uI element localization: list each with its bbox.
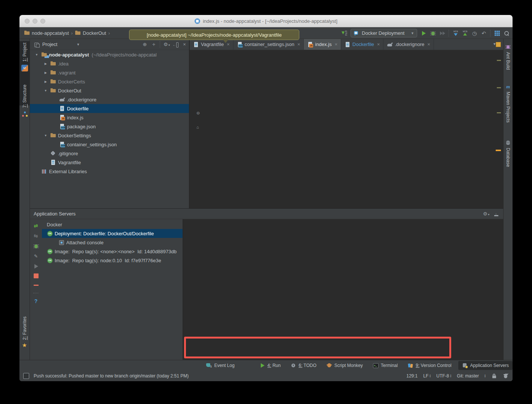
project-tree-item[interactable]: ▼ DockerSettings	[30, 131, 189, 140]
toolwindow-button[interactable]: Terminal	[373, 362, 398, 368]
project-tree-item[interactable]: container_settings.json	[30, 140, 189, 149]
undo-button[interactable]: ↶	[481, 30, 487, 36]
show-bytecode-icon[interactable]	[341, 30, 347, 36]
server-tree-item[interactable]: Docker	[42, 220, 183, 229]
toolwindow-button[interactable]: 9: Version Control	[407, 362, 451, 368]
server-tree-item[interactable]: Attached console	[42, 238, 183, 247]
edit-configuration-button[interactable]: ✎	[33, 253, 39, 259]
toolwindow-button[interactable]: 6: TODO	[290, 362, 317, 368]
toolwindow-button-structure[interactable]: 7: Structure	[19, 85, 30, 117]
encoding-widget[interactable]: UTF-8 ▴▾	[436, 373, 451, 379]
fold-end-icon[interactable]: ⌂	[196, 125, 199, 129]
zoom-window-button[interactable]	[40, 19, 45, 24]
inspection-status-icon[interactable]	[496, 42, 501, 47]
settings-gear-icon[interactable]: ⚙▼	[163, 42, 169, 48]
toolwindow-button-maven-projects[interactable]: m Maven Projects	[504, 84, 513, 123]
breadcrumb-project[interactable]: node-appcatalyst	[24, 30, 69, 36]
project-tree-item[interactable]: External Libraries	[30, 167, 189, 176]
project-tree-item[interactable]: ▶ .vagrant	[30, 68, 189, 77]
toolwindow-toggle-icon[interactable]	[23, 373, 29, 379]
editor-tab[interactable]: container_settings.json ×	[233, 39, 304, 50]
server-tree-item[interactable]: Image: Repo tag(s): <none>:<none> Id: 14…	[42, 247, 183, 256]
warning-stripe-mark[interactable]	[497, 112, 501, 113]
toolwindow-button[interactable]: Script Monkey	[326, 362, 363, 368]
project-tree-item[interactable]: Dockerfile	[30, 104, 189, 113]
minimize-window-button[interactable]	[33, 19, 37, 24]
server-tree-item[interactable]: Image: Repo tag(s): node:0.10 Id: f7e97f…	[42, 256, 183, 265]
fold-collapse-icon[interactable]: ⊖	[196, 111, 200, 115]
close-window-button[interactable]	[25, 19, 30, 24]
project-tree-item[interactable]: package.json	[30, 122, 189, 131]
close-tab-icon[interactable]: ×	[427, 42, 430, 47]
git-branch-widget[interactable]: Git: master	[457, 373, 479, 379]
server-tree-item[interactable]: Deployment: Dockerfile: DockerOut/Docker…	[42, 229, 183, 238]
project-tree-item[interactable]: index.js	[30, 113, 189, 122]
help-button[interactable]: ?	[34, 298, 38, 304]
event-log-button[interactable]: Event Log	[206, 362, 235, 368]
collapse-all-button[interactable]: ÷	[151, 42, 157, 48]
project-tree-item[interactable]: .gitignore	[30, 149, 189, 158]
vcs-update-button[interactable]	[453, 30, 459, 36]
editor-tab[interactable]: index.js ×	[304, 39, 341, 50]
tree-expand-icon[interactable]: ▼	[41, 89, 50, 92]
status-message[interactable]: Push successful: Pushed master to new br…	[34, 373, 189, 379]
project-tree-item[interactable]: ▶ .idea	[30, 59, 189, 68]
debug-deploy-button[interactable]	[33, 243, 39, 249]
top-region: Project ▼ ⊕ ÷ ⚙▼ ×	[30, 39, 503, 208]
run-with-coverage-button[interactable]	[439, 30, 445, 36]
project-structure-button[interactable]	[494, 30, 500, 36]
hector-inspector-icon[interactable]	[503, 373, 509, 379]
line-separator-widget[interactable]: LF ▴▾	[423, 373, 431, 379]
search-everywhere-button[interactable]	[504, 30, 510, 36]
window-title: index.js - node-appcatalyst - [~/IdeaPro…	[195, 18, 337, 24]
tree-expand-icon[interactable]: ▶	[41, 62, 50, 65]
project-tree-item[interactable]: .dockerignore	[30, 95, 189, 104]
tree-expand-icon[interactable]: ▼	[32, 53, 41, 56]
warning-stripe-mark[interactable]	[497, 60, 501, 61]
updown-icon: ▴▾	[450, 374, 451, 378]
deployment-console[interactable]	[183, 219, 503, 360]
project-panel-icon	[34, 42, 40, 48]
code-editor[interactable]	[190, 50, 503, 208]
toolwindow-button-database[interactable]: Database	[504, 140, 513, 167]
project-panel-title[interactable]: Project ▼	[34, 42, 80, 48]
breadcrumb-folder[interactable]: DockerOut	[75, 30, 106, 36]
toolwindow-button-favorites[interactable]: 2: Favorites ★	[19, 316, 30, 348]
toolwindow-button-ant-build[interactable]: Ant Build	[504, 44, 513, 70]
redeploy-button[interactable]: ⇄	[33, 223, 39, 229]
application-servers-header[interactable]: Application Servers ⚙▼	[30, 209, 503, 219]
warning-stripe-mark[interactable]	[497, 87, 501, 88]
tree-expand-icon[interactable]: ▼	[41, 134, 50, 137]
updown-icon[interactable]: ▴▾	[484, 374, 486, 378]
caret-position-widget[interactable]: 129:1	[406, 373, 418, 379]
toolwindow-button[interactable]: Application Servers	[458, 361, 513, 370]
scroll-to-end-icon[interactable]	[493, 211, 499, 217]
tree-expand-icon[interactable]: ▶	[41, 80, 50, 83]
lock-icon[interactable]	[491, 373, 497, 379]
close-tab-icon[interactable]: ×	[297, 42, 300, 47]
project-tree-item[interactable]: Vagrantfile	[30, 158, 189, 167]
dock-panel-button[interactable]	[172, 42, 178, 48]
history-button[interactable]: ◷	[471, 30, 477, 36]
project-tree-item[interactable]: ▼ node-appcatalyst (~/IdeaProjects/node-…	[30, 50, 189, 59]
close-tab-icon[interactable]: ×	[377, 42, 380, 47]
locate-file-button[interactable]: ⊕	[142, 42, 148, 48]
run-configuration-select[interactable]: Docker Deployment ▼	[351, 29, 417, 37]
close-tab-icon[interactable]: ×	[334, 42, 337, 47]
run-button[interactable]	[421, 30, 426, 36]
warning-stripe-mark[interactable]	[496, 150, 501, 151]
stop-button[interactable]	[34, 273, 39, 278]
project-tree-item[interactable]: ▼ DockerOut	[30, 86, 189, 95]
toolwindow-button[interactable]: 4: Run	[259, 362, 281, 368]
settings-gear-icon[interactable]: ⚙▼	[483, 211, 489, 217]
editor-tab[interactable]: .dockerignore ×	[383, 39, 434, 50]
debug-button[interactable]	[430, 30, 436, 36]
vcs-commit-button[interactable]	[462, 30, 468, 36]
connect-button[interactable]: ⇆	[33, 233, 39, 239]
start-button[interactable]	[33, 263, 39, 269]
remove-button[interactable]	[34, 285, 39, 286]
editor-tab[interactable]: Dockerfile ×	[341, 39, 383, 50]
project-tree-item[interactable]: ▶ DockerCerts	[30, 77, 189, 86]
tree-expand-icon[interactable]: ▶	[41, 71, 50, 74]
hide-panel-button[interactable]: ×	[181, 42, 187, 48]
